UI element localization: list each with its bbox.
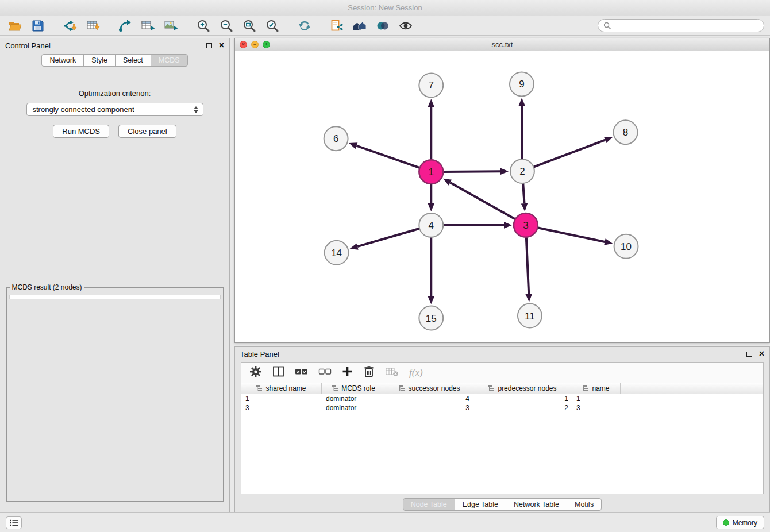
table-tab-network-table[interactable]: Network Table — [506, 498, 567, 511]
close-table-panel-icon[interactable]: × — [759, 349, 764, 358]
graph-edge-2-9[interactable] — [522, 106, 522, 159]
column-type-icon — [256, 385, 263, 391]
search-field[interactable] — [598, 19, 764, 32]
columns-icon — [272, 365, 284, 377]
table-settings-button[interactable] — [249, 365, 262, 380]
eye-icon — [399, 19, 413, 33]
graph-node-label-7: 7 — [429, 80, 434, 91]
close-panel-button[interactable]: Close panel — [118, 125, 176, 138]
cell-shared-name[interactable]: 3 — [241, 404, 322, 412]
apply-style-button[interactable] — [374, 18, 392, 34]
column-header-shared-name[interactable]: shared name — [241, 383, 322, 394]
zoom-selected-icon — [265, 19, 279, 33]
zoom-in-button[interactable] — [194, 18, 213, 34]
open-session-button[interactable] — [6, 18, 24, 34]
zoom-fit-button[interactable] — [240, 18, 259, 34]
optimization-dropdown[interactable]: strongly connected component — [26, 103, 203, 116]
tab-style[interactable]: Style — [83, 54, 116, 67]
network-canvas[interactable]: 7968124314101511 — [235, 51, 769, 342]
network-window-titlebar: scc.txt × – + — [235, 38, 769, 51]
window-zoom-button[interactable]: + — [263, 41, 270, 48]
control-panel-title: Control Panel — [5, 41, 51, 50]
export-table-button[interactable] — [139, 18, 157, 34]
window-minimize-button[interactable]: – — [251, 41, 259, 48]
network-view-window: scc.txt × – + 7968124314101511 — [234, 38, 770, 343]
export-network-button[interactable] — [116, 18, 134, 34]
graph-edge-2-3[interactable] — [523, 183, 524, 203]
table-toolbar: f(x) — [241, 363, 763, 383]
cell-name[interactable]: 1 — [572, 395, 621, 403]
main-area: Control Panel × NetworkStyleSelectMCDS O… — [0, 36, 770, 512]
table-tab-edge-table[interactable]: Edge Table — [455, 498, 506, 511]
column-type-icon — [583, 385, 589, 391]
table-tab-motifs[interactable]: Motifs — [567, 498, 602, 511]
apply-style-icon — [376, 19, 390, 33]
delete-table-button[interactable] — [385, 366, 399, 380]
column-header-name[interactable]: name — [572, 383, 621, 394]
zoom-out-button[interactable] — [217, 18, 236, 34]
import-network-button[interactable] — [61, 18, 79, 34]
copy-network-button[interactable] — [328, 18, 346, 34]
graph-arrowhead-1-7 — [428, 99, 434, 107]
graph-edge-3-11[interactable] — [526, 237, 529, 294]
deselect-all-icon — [318, 367, 332, 376]
create-column-button[interactable] — [342, 366, 353, 379]
export-image-button[interactable] — [162, 18, 180, 34]
cell-successor-nodes[interactable]: 4 — [386, 395, 473, 403]
graph-edge-1-6[interactable] — [356, 146, 419, 168]
import-table-button[interactable] — [84, 18, 102, 34]
delete-column-button[interactable] — [363, 365, 375, 380]
table-row[interactable]: 3dominator323 — [241, 403, 763, 413]
graph-edge-1-2[interactable] — [443, 171, 500, 172]
run-mcds-button[interactable]: Run MCDS — [53, 125, 109, 138]
graph-arrowhead-3-10 — [604, 238, 613, 245]
task-history-button[interactable] — [6, 516, 22, 529]
table-row[interactable]: 1dominator411 — [241, 394, 763, 403]
export-image-icon — [164, 19, 179, 33]
float-table-panel-icon[interactable] — [746, 352, 752, 357]
tab-network[interactable]: Network — [41, 54, 84, 67]
column-header-successor-nodes[interactable]: successor nodes — [386, 383, 473, 394]
table-tab-node-table[interactable]: Node Table — [403, 498, 455, 511]
graph-edge-3-1[interactable] — [450, 183, 515, 219]
export-table-icon — [141, 19, 156, 33]
mcds-result-list[interactable]: 13 — [9, 295, 221, 299]
graph-node-label-2: 2 — [519, 166, 525, 177]
table-rows[interactable]: 1dominator4113dominator323 — [241, 394, 763, 494]
main-toolbar — [0, 16, 770, 36]
home-layout-button[interactable] — [351, 18, 369, 34]
search-input[interactable] — [614, 21, 759, 30]
cell-predecessor-nodes[interactable]: 1 — [473, 395, 572, 403]
window-close-button[interactable]: × — [240, 41, 247, 48]
refresh-button[interactable] — [295, 18, 314, 34]
list-icon — [10, 519, 18, 526]
select-all-button[interactable] — [295, 367, 308, 379]
deselect-all-button[interactable] — [318, 367, 332, 379]
function-builder-button[interactable]: f(x) — [409, 367, 423, 379]
memory-button[interactable]: Memory — [716, 516, 764, 529]
cell-successor-nodes[interactable]: 3 — [386, 404, 473, 412]
cell-mcds-role[interactable]: dominator — [322, 404, 386, 412]
close-panel-icon[interactable]: × — [219, 41, 224, 50]
graph-canvas[interactable]: 7968124314101511 — [235, 51, 769, 342]
tab-select[interactable]: Select — [115, 54, 151, 67]
show-columns-button[interactable] — [272, 365, 284, 380]
tab-mcds[interactable]: MCDS — [151, 54, 188, 67]
graph-arrowhead-2-9 — [518, 98, 525, 106]
column-header-predecessor-nodes[interactable]: predecessor nodes — [473, 383, 572, 394]
save-session-button[interactable] — [29, 18, 47, 34]
home-icon — [352, 19, 367, 33]
show-hide-graphics-button[interactable] — [396, 18, 415, 34]
cell-mcds-role[interactable]: dominator — [322, 395, 386, 403]
float-panel-icon[interactable] — [206, 43, 212, 48]
graph-edge-4-14[interactable] — [357, 229, 419, 246]
cell-name[interactable]: 3 — [572, 404, 621, 412]
cell-predecessor-nodes[interactable]: 2 — [473, 404, 572, 412]
graph-arrowhead-1-2 — [500, 168, 509, 175]
cell-shared-name[interactable]: 1 — [241, 395, 322, 403]
zoom-selected-button[interactable] — [263, 18, 282, 34]
graph-edge-2-8[interactable] — [534, 140, 606, 167]
table-panel: Table Panel × — [234, 346, 770, 512]
column-header-mcds-role[interactable]: MCDS role — [322, 383, 386, 394]
graph-edge-3-10[interactable] — [537, 228, 605, 242]
